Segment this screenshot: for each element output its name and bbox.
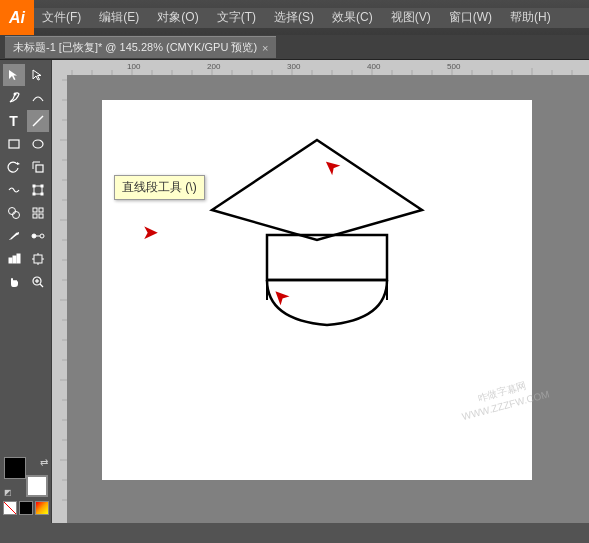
svg-rect-23 (34, 255, 42, 263)
svg-rect-2 (9, 140, 19, 148)
svg-text:400: 400 (367, 62, 381, 71)
curvature-tool[interactable] (27, 87, 49, 109)
zoom-tool[interactable] (27, 271, 49, 293)
svg-text:100: 100 (127, 62, 141, 71)
svg-point-3 (33, 140, 43, 148)
artboard-tool[interactable] (27, 248, 49, 270)
menu-help[interactable]: 帮助(H) (507, 8, 554, 27)
horizontal-ruler: 100 200 300 400 500 (52, 60, 589, 75)
tool-row-3: T (3, 110, 49, 132)
menu-object[interactable]: 对象(O) (154, 8, 201, 27)
tool-row-8 (3, 225, 49, 247)
swatch-area: ⇄ ◩ (4, 457, 48, 497)
scale-tool[interactable] (27, 156, 49, 178)
gradient-swatch[interactable] (35, 501, 49, 515)
svg-point-10 (8, 208, 15, 215)
live-paint-tool[interactable] (27, 202, 49, 224)
shape-builder-tool[interactable] (3, 202, 25, 224)
pen-tool[interactable] (3, 87, 25, 109)
svg-text:300: 300 (287, 62, 301, 71)
eyedropper-tool[interactable] (3, 225, 25, 247)
vertical-ruler (52, 60, 67, 523)
menu-view[interactable]: 视图(V) (388, 8, 434, 27)
column-graph-tool[interactable] (3, 248, 25, 270)
menu-file[interactable]: 文件(F) (39, 8, 84, 27)
title-bar: Ai 文件(F) 编辑(E) 对象(O) 文字(T) 选择(S) 效果(C) 视… (0, 0, 589, 35)
line-tool[interactable] (27, 110, 49, 132)
rectangle-tool[interactable] (3, 133, 25, 155)
svg-point-0 (13, 93, 16, 96)
selection-tool[interactable] (3, 64, 25, 86)
tab-item[interactable]: 未标题-1 [已恢复]* @ 145.28% (CMYK/GPU 预览) × (5, 36, 276, 58)
tooltip-text: 直线段工具 (\) (122, 180, 197, 194)
toolbar: T (0, 60, 52, 523)
tab-bar: 未标题-1 [已恢复]* @ 145.28% (CMYK/GPU 预览) × (0, 35, 589, 60)
tab-title: 未标题-1 [已恢复]* @ 145.28% (CMYK/GPU 预览) (13, 40, 257, 55)
tool-row-1 (3, 64, 49, 86)
svg-rect-88 (267, 235, 387, 280)
free-transform-tool[interactable] (27, 179, 49, 201)
menu-edit[interactable]: 编辑(E) (96, 8, 142, 27)
type-tool[interactable]: T (3, 110, 25, 132)
tool-row-2 (3, 87, 49, 109)
svg-rect-14 (33, 214, 37, 218)
svg-rect-22 (17, 254, 20, 263)
rotate-tool[interactable] (3, 156, 25, 178)
no-color-swatch[interactable] (3, 501, 17, 515)
svg-rect-7 (41, 185, 43, 187)
svg-rect-8 (33, 193, 35, 195)
svg-rect-15 (39, 214, 43, 218)
menu-bar: 文件(F) 编辑(E) 对象(O) 文字(T) 选择(S) 效果(C) 视图(V… (34, 8, 589, 28)
svg-rect-13 (39, 208, 43, 212)
menu-text[interactable]: 文字(T) (214, 8, 259, 27)
svg-text:200: 200 (207, 62, 221, 71)
tool-row-5 (3, 156, 49, 178)
ai-logo: Ai (0, 0, 34, 35)
blend-tool[interactable] (27, 225, 49, 247)
svg-rect-6 (33, 185, 35, 187)
main-layout: T (0, 60, 589, 523)
tool-tooltip: 直线段工具 (\) (114, 175, 205, 200)
svg-marker-87 (212, 140, 422, 240)
canvas-area[interactable]: 100 200 300 400 500 (52, 60, 589, 523)
warp-tool[interactable] (3, 179, 25, 201)
svg-point-17 (32, 234, 36, 238)
tool-row-9 (3, 248, 49, 270)
svg-point-18 (40, 234, 44, 238)
swap-colors-icon[interactable]: ⇄ (40, 457, 48, 468)
black-swatch[interactable] (19, 501, 33, 515)
svg-rect-12 (33, 208, 37, 212)
stroke-color[interactable] (26, 475, 48, 497)
menu-select[interactable]: 选择(S) (271, 8, 317, 27)
svg-text:500: 500 (447, 62, 461, 71)
red-arrow-left: ➤ (142, 220, 159, 244)
fill-color[interactable] (4, 457, 26, 479)
tool-row-10 (3, 271, 49, 293)
tool-row-7 (3, 202, 49, 224)
svg-line-1 (33, 116, 43, 126)
color-swatches: ⇄ ◩ (0, 453, 52, 519)
direct-selection-tool[interactable] (27, 64, 49, 86)
svg-rect-9 (41, 193, 43, 195)
svg-point-11 (12, 212, 19, 219)
tab-close-button[interactable]: × (262, 42, 268, 54)
extra-swatches (3, 501, 49, 515)
svg-rect-64 (52, 60, 67, 523)
svg-line-29 (40, 284, 43, 287)
tool-row-4 (3, 133, 49, 155)
default-colors-icon[interactable]: ◩ (4, 488, 12, 497)
hand-tool[interactable] (3, 271, 25, 293)
menu-window[interactable]: 窗口(W) (446, 8, 495, 27)
svg-rect-20 (9, 258, 12, 263)
ellipse-tool[interactable] (27, 133, 49, 155)
svg-rect-4 (36, 165, 43, 172)
svg-rect-21 (13, 256, 16, 263)
tool-row-6 (3, 179, 49, 201)
menu-effect[interactable]: 效果(C) (329, 8, 376, 27)
